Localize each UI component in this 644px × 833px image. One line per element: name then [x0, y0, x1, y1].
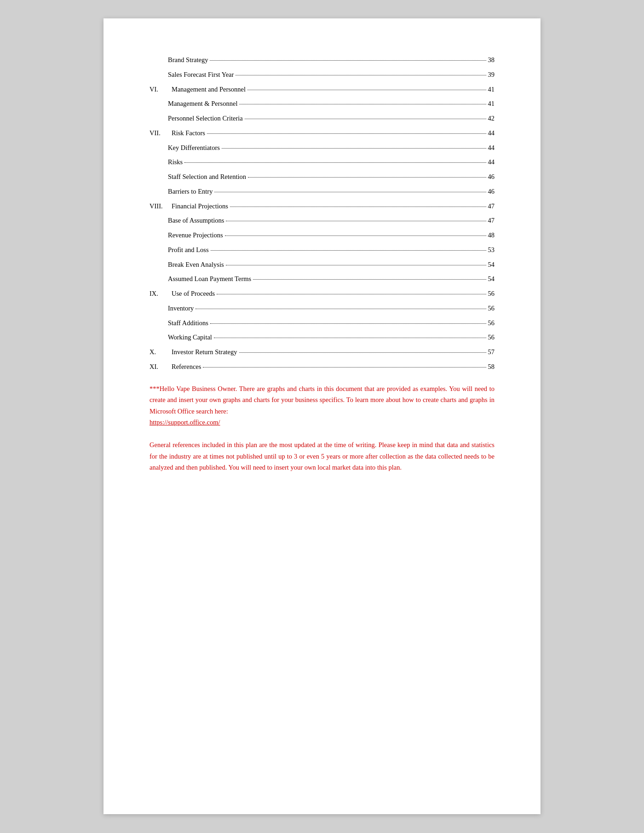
toc-entry-barriers: Barriers to Entry46: [150, 187, 494, 197]
toc-page-inventory: 56: [488, 304, 495, 314]
vape-notice: ***Hello Vape Business Owner. There are …: [150, 383, 494, 429]
toc-entry-x: X.Investor Return Strategy57: [150, 347, 494, 357]
toc-label-break-even: Break Even Analysis: [168, 260, 224, 270]
toc-page-sales-forecast: 39: [488, 70, 495, 80]
toc-label-personnel-selection: Personnel Selection Criteria: [168, 114, 243, 124]
toc-label-brand-strategy: Brand Strategy: [168, 55, 208, 65]
toc-page-working-capital: 56: [488, 333, 495, 343]
toc-page-loan-payment: 54: [488, 274, 495, 284]
toc-page-staff-selection: 46: [488, 172, 495, 182]
toc-label-ix: IX.Use of Proceeds: [150, 289, 215, 299]
vape-notice-link[interactable]: https://support.office.com/: [150, 419, 220, 426]
toc-page-ix: 56: [488, 289, 495, 299]
toc-label-key-diff: Key Differentiators: [168, 143, 220, 153]
toc-label-loan-payment: Assumed Loan Payment Terms: [168, 274, 251, 284]
toc-page-staff-additions: 56: [488, 318, 495, 328]
toc-entry-personnel-selection: Personnel Selection Criteria42: [150, 114, 494, 124]
toc-label-mgmt-personnel: Management & Personnel: [168, 99, 237, 109]
toc-label-staff-selection: Staff Selection and Retention: [168, 172, 246, 182]
toc-entry-sales-forecast: Sales Forecast First Year39: [150, 70, 494, 80]
toc-label-staff-additions: Staff Additions: [168, 318, 208, 328]
toc-page-personnel-selection: 42: [488, 114, 495, 124]
toc-entry-mgmt-personnel: Management & Personnel41: [150, 99, 494, 109]
toc-page-profit-loss: 53: [488, 245, 495, 255]
toc-page-risks: 44: [488, 157, 495, 167]
toc-entry-base-assumptions: Base of Assumptions47: [150, 216, 494, 226]
toc-label-risks: Risks: [168, 157, 183, 167]
toc-page-break-even: 54: [488, 260, 495, 270]
toc-page-revenue-proj: 48: [488, 230, 495, 241]
toc-label-inventory: Inventory: [168, 304, 194, 314]
toc-label-vii: VII.Risk Factors: [150, 128, 205, 138]
toc-page-vi: 41: [488, 85, 495, 95]
document-page: Brand Strategy38Sales Forecast First Yea…: [104, 18, 540, 814]
toc-entry-staff-additions: Staff Additions56: [150, 318, 494, 328]
toc-label-working-capital: Working Capital: [168, 333, 212, 343]
toc-entry-xi: XI.References58: [150, 362, 494, 372]
toc-entry-key-diff: Key Differentiators44: [150, 143, 494, 153]
toc-label-profit-loss: Profit and Loss: [168, 245, 209, 255]
toc-entry-inventory: Inventory56: [150, 304, 494, 314]
toc-entry-vi: VI.Management and Personnel41: [150, 85, 494, 95]
toc-label-viii: VIII.Financial Projections: [150, 201, 228, 212]
toc-page-viii: 47: [488, 201, 495, 212]
toc-entry-working-capital: Working Capital56: [150, 333, 494, 343]
toc-label-xi: XI.References: [150, 362, 201, 372]
toc-entry-risks: Risks44: [150, 157, 494, 167]
toc-entry-vii: VII.Risk Factors44: [150, 128, 494, 138]
toc-page-mgmt-personnel: 41: [488, 99, 495, 109]
toc-page-x: 57: [488, 347, 495, 357]
toc-entry-revenue-proj: Revenue Projections48: [150, 230, 494, 241]
toc-label-revenue-proj: Revenue Projections: [168, 230, 223, 241]
toc-entry-staff-selection: Staff Selection and Retention46: [150, 172, 494, 182]
toc-label-vi: VI.Management and Personnel: [150, 85, 246, 95]
toc-entry-brand-strategy: Brand Strategy38: [150, 55, 494, 65]
toc-entry-profit-loss: Profit and Loss53: [150, 245, 494, 255]
toc-page-barriers: 46: [488, 187, 495, 197]
toc-entry-loan-payment: Assumed Loan Payment Terms54: [150, 274, 494, 284]
toc-page-base-assumptions: 47: [488, 216, 495, 226]
vape-notice-text: ***Hello Vape Business Owner. There are …: [150, 385, 494, 415]
toc-page-key-diff: 44: [488, 143, 495, 153]
toc-page-brand-strategy: 38: [488, 55, 495, 65]
toc-entry-break-even: Break Even Analysis54: [150, 260, 494, 270]
toc-page-xi: 58: [488, 362, 495, 372]
toc-label-x: X.Investor Return Strategy: [150, 347, 237, 357]
toc-label-barriers: Barriers to Entry: [168, 187, 213, 197]
toc-entry-viii: VIII.Financial Projections47: [150, 201, 494, 212]
toc-container: Brand Strategy38Sales Forecast First Yea…: [150, 55, 494, 372]
toc-entry-ix: IX.Use of Proceeds56: [150, 289, 494, 299]
general-notice: General references included in this plan…: [150, 439, 494, 473]
toc-label-sales-forecast: Sales Forecast First Year: [168, 70, 234, 80]
toc-page-vii: 44: [488, 128, 495, 138]
toc-label-base-assumptions: Base of Assumptions: [168, 216, 224, 226]
